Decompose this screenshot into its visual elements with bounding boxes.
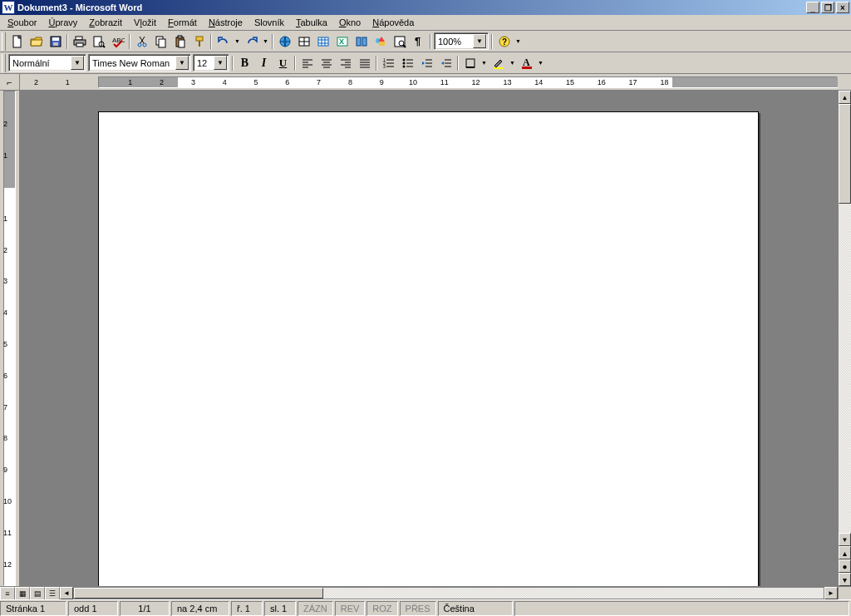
scroll-up-button[interactable]: ▲ xyxy=(839,91,851,104)
print-preview-button[interactable] xyxy=(89,32,108,51)
status-rev[interactable]: REV xyxy=(335,601,366,616)
normal-view-button[interactable]: ≡ xyxy=(0,587,15,600)
vertical-scrollbar[interactable]: ▲ ▼ ▴ ● ▾ xyxy=(838,91,851,586)
new-document-button[interactable] xyxy=(7,32,27,51)
cut-button[interactable] xyxy=(132,32,151,51)
browse-object-button[interactable]: ● xyxy=(839,559,851,573)
tables-borders-button[interactable] xyxy=(294,32,313,51)
scroll-left-button[interactable]: ◄ xyxy=(60,587,73,599)
scroll-track[interactable] xyxy=(839,104,851,533)
horizontal-ruler[interactable]: 21123456789101112131415161718 xyxy=(20,74,838,90)
document-map-button[interactable] xyxy=(390,32,409,51)
svg-point-63 xyxy=(402,58,405,61)
status-ext[interactable]: ROZ xyxy=(366,601,397,616)
scroll-down-button[interactable]: ▼ xyxy=(839,533,851,546)
menu-zobrazit[interactable]: Zobrazit xyxy=(83,16,128,29)
ruler-corner[interactable]: ⌐ xyxy=(0,74,20,90)
menu-nápověda[interactable]: Nápověda xyxy=(366,16,420,29)
insert-worksheet-button[interactable]: X xyxy=(332,32,352,51)
chevron-down-icon[interactable]: ▼ xyxy=(473,34,486,48)
columns-button[interactable] xyxy=(352,32,371,51)
font-size-value: 12 xyxy=(197,58,214,68)
status-pages: 1/1 xyxy=(120,601,170,616)
format-painter-button[interactable] xyxy=(189,32,209,51)
align-center-button[interactable] xyxy=(317,54,336,72)
menu-formát[interactable]: Formát xyxy=(162,16,203,29)
menu-nástroje[interactable]: Nástroje xyxy=(203,16,248,29)
hscroll-thumb[interactable] xyxy=(74,588,323,599)
numbering-button[interactable]: 123 xyxy=(379,54,398,72)
undo-dropdown[interactable]: ▼ xyxy=(233,32,242,51)
toolbar-separator xyxy=(455,54,460,72)
zoom-value: 100% xyxy=(438,37,473,47)
chevron-down-icon[interactable]: ▼ xyxy=(71,56,84,70)
highlight-dropdown[interactable]: ▼ xyxy=(508,54,517,72)
vertical-ruler[interactable]: 1234567891011121321 xyxy=(0,91,20,586)
next-page-button[interactable]: ▾ xyxy=(839,573,851,586)
save-button[interactable] xyxy=(46,32,65,51)
justify-button[interactable] xyxy=(355,54,374,72)
show-formatting-button[interactable]: ¶ xyxy=(409,32,428,51)
align-left-button[interactable] xyxy=(298,54,317,72)
standard-toolbar: ABC ▼ ▼ X ¶ 100% ▼ xyxy=(0,31,851,52)
menu-slovník[interactable]: Slovník xyxy=(248,16,290,29)
print-button[interactable] xyxy=(70,32,89,51)
print-layout-view-button[interactable]: ▤ xyxy=(30,587,45,600)
help-dropdown[interactable]: ▼ xyxy=(514,32,523,51)
scroll-right-button[interactable]: ► xyxy=(824,587,838,599)
style-combo[interactable]: Normální ▼ xyxy=(8,54,86,71)
status-rec[interactable]: ZÁZN xyxy=(298,601,333,616)
chevron-down-icon[interactable]: ▼ xyxy=(175,56,189,70)
help-button[interactable]: ? xyxy=(494,32,514,51)
document-viewport[interactable] xyxy=(20,91,838,586)
status-ovr[interactable]: PŘES xyxy=(400,601,436,616)
svg-rect-24 xyxy=(318,37,328,46)
menu-úpravy[interactable]: Úpravy xyxy=(42,16,83,29)
redo-button[interactable] xyxy=(242,32,261,51)
bullets-button[interactable] xyxy=(398,54,417,72)
menu-tabulka[interactable]: Tabulka xyxy=(290,16,333,29)
restore-button[interactable]: ❐ xyxy=(821,2,834,13)
previous-page-button[interactable]: ▴ xyxy=(839,546,851,559)
open-button[interactable] xyxy=(27,32,46,51)
scroll-thumb[interactable] xyxy=(839,104,851,204)
font-color-button[interactable]: A xyxy=(517,54,536,72)
hyperlink-button[interactable] xyxy=(275,32,294,51)
svg-rect-3 xyxy=(53,42,58,46)
borders-dropdown[interactable]: ▼ xyxy=(480,54,489,72)
bold-button[interactable]: B xyxy=(235,54,254,72)
close-mdi-button[interactable]: × xyxy=(836,2,849,13)
copy-button[interactable] xyxy=(151,32,170,51)
paste-button[interactable] xyxy=(170,32,189,51)
document-page[interactable] xyxy=(98,111,759,586)
drawing-button[interactable] xyxy=(371,32,390,51)
font-color-dropdown[interactable]: ▼ xyxy=(536,54,545,72)
redo-dropdown[interactable]: ▼ xyxy=(261,32,270,51)
status-section: odd 1 xyxy=(68,601,118,616)
font-combo[interactable]: Times New Roman ▼ xyxy=(88,54,191,71)
minimize-button[interactable]: _ xyxy=(806,2,819,13)
font-size-combo[interactable]: 12 ▼ xyxy=(193,54,229,71)
chevron-down-icon[interactable]: ▼ xyxy=(214,56,227,70)
menu-soubor[interactable]: Soubor xyxy=(2,16,42,29)
decrease-indent-button[interactable] xyxy=(417,54,436,72)
zoom-combo[interactable]: 100% ▼ xyxy=(434,32,489,50)
status-line: ř. 1 xyxy=(231,601,263,616)
increase-indent-button[interactable] xyxy=(436,54,455,72)
menu-vložit[interactable]: Vložit xyxy=(128,16,162,29)
svg-line-9 xyxy=(103,46,105,47)
menu-okno[interactable]: Okno xyxy=(333,16,366,29)
insert-table-button[interactable] xyxy=(313,32,332,51)
highlight-button[interactable] xyxy=(489,54,508,72)
web-layout-view-button[interactable]: ▦ xyxy=(15,587,30,600)
italic-button[interactable]: I xyxy=(254,54,273,72)
outline-view-button[interactable]: ☰ xyxy=(45,587,60,600)
borders-button[interactable] xyxy=(460,54,480,72)
hscroll-track[interactable] xyxy=(73,587,824,599)
underline-button[interactable]: U xyxy=(273,54,293,72)
svg-rect-17 xyxy=(179,40,184,47)
spellcheck-button[interactable]: ABC xyxy=(108,32,127,51)
status-language[interactable]: Čeština xyxy=(438,601,513,616)
undo-button[interactable] xyxy=(214,32,233,51)
align-right-button[interactable] xyxy=(336,54,355,72)
